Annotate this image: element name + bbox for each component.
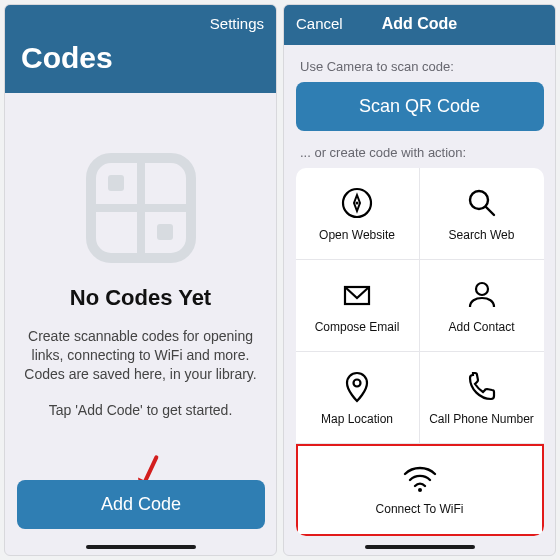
navbar: Cancel Add Code (284, 5, 555, 45)
map-pin-icon (340, 370, 374, 404)
scan-qr-button[interactable]: Scan QR Code (296, 82, 544, 131)
svg-rect-4 (157, 224, 173, 240)
action-label: Map Location (321, 412, 393, 426)
scan-section-label: Use Camera to scan code: (300, 59, 454, 74)
action-label: Add Contact (448, 320, 514, 334)
magnify-icon (465, 186, 499, 220)
action-add-contact[interactable]: Add Contact (420, 260, 544, 352)
action-label: Connect To WiFi (376, 502, 464, 516)
person-icon (465, 278, 499, 312)
action-connect-wifi[interactable]: Connect To WiFi (296, 444, 544, 536)
action-open-website[interactable]: Open Website (296, 168, 420, 260)
action-label: Search Web (449, 228, 515, 242)
wifi-icon (402, 464, 438, 494)
svg-point-12 (354, 379, 361, 386)
phone-icon (465, 370, 499, 404)
qr-placeholder-icon (86, 153, 196, 263)
action-compose-email[interactable]: Compose Email (296, 260, 420, 352)
action-map-location[interactable]: Map Location (296, 352, 420, 444)
home-indicator (86, 545, 196, 549)
action-grid: Open Website Search Web Compose Email Ad… (296, 168, 544, 536)
action-label: Compose Email (315, 320, 400, 334)
empty-description: Create scannable codes for opening links… (17, 327, 264, 384)
svg-point-11 (476, 283, 488, 295)
navbar: Settings Codes (5, 5, 276, 93)
action-search-web[interactable]: Search Web (420, 168, 544, 260)
screen-add-code: Cancel Add Code Use Camera to scan code:… (283, 4, 556, 556)
cancel-button[interactable]: Cancel (296, 15, 343, 32)
empty-title: No Codes Yet (70, 285, 211, 311)
envelope-icon (340, 278, 374, 312)
empty-state: No Codes Yet Create scannable codes for … (5, 93, 276, 555)
compass-icon (340, 186, 374, 220)
svg-line-9 (486, 207, 494, 215)
screen-codes-library: Settings Codes No Codes Yet Create scann… (4, 4, 277, 556)
add-code-button[interactable]: Add Code (17, 480, 265, 529)
empty-hint: Tap 'Add Code' to get started. (49, 402, 233, 418)
action-call-phone[interactable]: Call Phone Number (420, 352, 544, 444)
settings-link[interactable]: Settings (210, 15, 264, 32)
action-label: Open Website (319, 228, 395, 242)
create-section-label: ... or create code with action: (300, 145, 466, 160)
action-label: Call Phone Number (429, 412, 534, 426)
svg-point-7 (356, 201, 359, 204)
home-indicator (365, 545, 475, 549)
svg-point-13 (418, 488, 422, 492)
svg-rect-3 (108, 175, 124, 191)
